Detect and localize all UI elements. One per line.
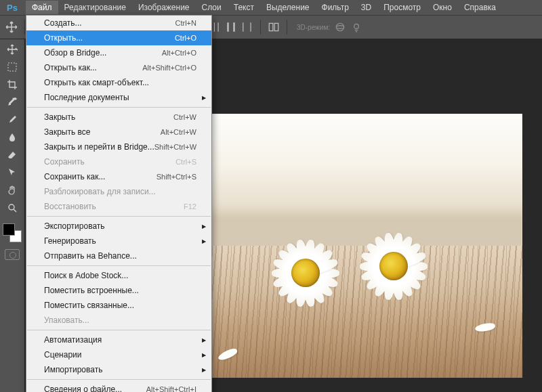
menu-item: Упаковать... [26, 313, 211, 328]
move-tool-icon[interactable] [4, 42, 20, 57]
menu-item[interactable]: Последние документы [26, 90, 211, 105]
menu-item[interactable]: Экспортировать [26, 219, 211, 234]
menu-item-label: Сохранить как... [44, 172, 105, 181]
menu-item[interactable]: Открыть как...Alt+Shift+Ctrl+O [26, 60, 211, 75]
menu-item-label: Обзор в Bridge... [44, 48, 106, 58]
file-menu-dropdown: Создать...Ctrl+NОткрыть...Ctrl+OОбзор в … [26, 15, 212, 392]
menu-item-label: Поиск в Adobe Stock... [44, 271, 128, 280]
menu-item-label: Открыть как смарт-объект... [44, 78, 149, 87]
svg-point-36 [354, 24, 359, 29]
menu-item[interactable]: Сведения о файле...Alt+Shift+Ctrl+I [26, 382, 211, 392]
svg-rect-37 [8, 63, 16, 71]
menu-item-label: Открыть как... [44, 63, 97, 72]
3d-mode-label: 3D-режим: [297, 24, 330, 31]
zoom-tool-icon[interactable] [4, 200, 20, 215]
svg-rect-29 [233, 22, 234, 32]
svg-rect-28 [227, 22, 228, 32]
menu-item-label: Экспортировать [44, 221, 105, 231]
distribute-hcenter-icon[interactable] [225, 21, 237, 33]
menu-item[interactable]: Открыть...Ctrl+O [26, 30, 211, 45]
menu-item[interactable]: Открыть как смарт-объект... [26, 75, 211, 90]
menu-item-label: Автоматизация [44, 335, 102, 345]
menu-текст[interactable]: Текст [228, 1, 260, 14]
menu-item-shortcut: Ctrl+O [175, 34, 196, 42]
app-logo: Ps [4, 1, 20, 14]
menu-справка[interactable]: Справка [458, 1, 502, 14]
svg-rect-31 [251, 22, 251, 32]
menu-separator [27, 107, 211, 108]
svg-rect-27 [218, 22, 219, 32]
menu-item-label: Отправить на Behance... [44, 251, 137, 261]
distribute-right-icon[interactable] [241, 21, 253, 33]
menubar: Ps ФайлРедактированиеИзображениеСлоиТекс… [0, 0, 542, 15]
separator [260, 20, 261, 35]
menu-item-label: Поместить связанные... [44, 301, 134, 310]
separator [287, 20, 287, 35]
menu-item-shortcut: Ctrl+W [173, 113, 196, 121]
menu-item-label: Сценарии [44, 350, 81, 360]
marquee-tool-icon[interactable] [4, 60, 20, 74]
menu-файл[interactable]: Файл [26, 1, 58, 14]
menu-item[interactable]: Поиск в Adobe Stock... [26, 268, 211, 283]
foreground-color-swatch[interactable] [3, 223, 15, 236]
menu-изображение[interactable]: Изображение [132, 1, 196, 14]
menu-separator [27, 265, 211, 266]
menu-item[interactable]: Сценарии [26, 347, 211, 362]
svg-rect-32 [269, 23, 273, 30]
menu-item-label: Генерировать [44, 236, 96, 246]
menu-item[interactable]: Сохранить как...Shift+Ctrl+S [26, 169, 211, 184]
menu-item[interactable]: ЗакрытьCtrl+W [26, 110, 211, 125]
color-swatches[interactable] [3, 223, 22, 242]
svg-rect-33 [274, 23, 278, 30]
menu-просмотр[interactable]: Просмотр [377, 1, 427, 14]
eraser-tool-icon[interactable] [4, 148, 20, 162]
menu-фильтр[interactable]: Фильтр [316, 1, 355, 14]
menu-слои[interactable]: Слои [196, 1, 228, 14]
menu-item-shortcut: Ctrl+N [175, 19, 196, 27]
menu-item-label: Упаковать... [44, 315, 89, 325]
menu-item-label: Закрыть и перейти в Bridge... [44, 142, 154, 152]
svg-rect-30 [243, 22, 243, 32]
menu-item[interactable]: Поместить встроенные... [26, 283, 211, 298]
menu-item: СохранитьCtrl+S [26, 154, 211, 169]
menu-item[interactable]: Создать...Ctrl+N [26, 16, 211, 30]
menu-item-shortcut: Alt+Shift+Ctrl+O [142, 64, 196, 72]
menu-separator [27, 216, 211, 217]
3d-light-icon[interactable] [350, 21, 362, 33]
menu-item-shortcut: Shift+Ctrl+S [157, 173, 196, 181]
auto-align-icon[interactable] [268, 21, 280, 33]
menu-separator [27, 330, 211, 330]
menu-item-shortcut: F12 [184, 202, 196, 211]
menu-item[interactable]: Автоматизация [26, 332, 211, 347]
svg-point-35 [336, 26, 343, 29]
menu-item-label: Открыть... [44, 33, 83, 43]
svg-point-38 [9, 204, 14, 210]
menu-item[interactable]: Закрыть всеAlt+Ctrl+W [26, 125, 211, 139]
menu-item-label: Закрыть [44, 112, 75, 122]
menu-item-shortcut: Alt+Shift+Ctrl+I [146, 385, 196, 392]
menu-item[interactable]: Обзор в Bridge...Alt+Ctrl+O [26, 45, 211, 60]
brush-tool-icon[interactable] [4, 112, 20, 127]
tools-panel [0, 39, 24, 392]
menu-item[interactable]: Импортировать [26, 362, 211, 377]
crop-tool-icon[interactable] [4, 77, 20, 92]
menu-выделение[interactable]: Выделение [260, 1, 316, 14]
menu-item-label: Разблокировать для записи... [44, 187, 156, 196]
menu-item-label: Сохранить [44, 157, 85, 167]
hand-tool-icon[interactable] [4, 183, 20, 198]
path-tool-icon[interactable] [4, 165, 20, 180]
menu-редактирование[interactable]: Редактирование [58, 1, 132, 14]
quickmask-icon[interactable] [5, 249, 20, 260]
menu-item-shortcut: Alt+Ctrl+O [162, 49, 196, 57]
eyedropper-tool-icon[interactable] [4, 95, 20, 110]
menu-item[interactable]: Отправить на Behance... [26, 248, 211, 263]
menu-окно[interactable]: Окно [427, 1, 458, 14]
move-tool-icon[interactable] [5, 21, 18, 33]
menu-item[interactable]: Генерировать [26, 234, 211, 248]
blur-tool-icon[interactable] [4, 130, 20, 145]
menu-item-label: Поместить встроенные... [44, 286, 139, 295]
menu-3d[interactable]: 3D [355, 1, 377, 14]
3d-orbit-icon[interactable] [334, 21, 346, 33]
menu-item[interactable]: Поместить связанные... [26, 298, 211, 313]
menu-item[interactable]: Закрыть и перейти в Bridge...Shift+Ctrl+… [26, 139, 211, 154]
